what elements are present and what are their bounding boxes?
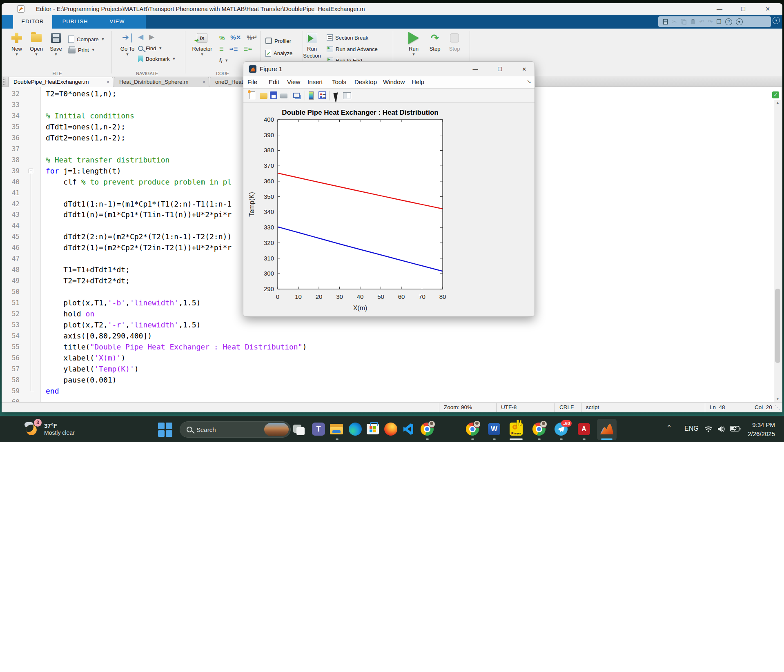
help-icon[interactable]: ? (725, 18, 732, 25)
link-plot-icon[interactable] (293, 91, 301, 100)
comment-buttons[interactable]: % %✕ %↵ (219, 33, 257, 42)
figure-minimize-button[interactable]: — (468, 65, 482, 74)
minimize-button[interactable]: — (711, 4, 728, 14)
section-break-button[interactable]: Section Break (327, 33, 368, 42)
profiler-button[interactable]: Profiler (265, 36, 291, 46)
edge-icon[interactable] (348, 422, 362, 436)
run-section-button[interactable]: Run Section (300, 31, 324, 59)
dock-figure-icon[interactable]: ↘ (527, 78, 531, 85)
compare-button[interactable]: Compare▼ (68, 34, 105, 44)
clock[interactable]: 9:34 PM 2/26/2025 (748, 421, 775, 438)
maximize-button[interactable]: ☐ (735, 4, 751, 14)
copy-icon[interactable] (681, 19, 686, 24)
figure-menu-insert[interactable]: Insert (307, 78, 323, 85)
ribbon-collapse-icon[interactable]: ▾ (773, 17, 780, 24)
figure-menu-window[interactable]: Window (383, 78, 405, 85)
line-number: 37 (2, 143, 20, 154)
figure-menu-file[interactable]: File (247, 78, 257, 85)
save-figure-icon[interactable] (270, 91, 278, 100)
status-eol[interactable]: CRLF (559, 404, 574, 410)
search-input[interactable]: Search (180, 421, 291, 438)
edit-plot-cursor-icon[interactable] (332, 91, 341, 100)
title-bar[interactable]: Editor - E:\Programming Projects\MATLAB\… (2, 3, 782, 15)
print-button[interactable]: Print▼ (68, 45, 95, 55)
vscode-icon[interactable] (402, 422, 416, 436)
chrome-icon[interactable] (420, 422, 434, 436)
stop-button[interactable]: Stop (443, 31, 466, 52)
weather-widget[interactable]: 3 37°F Mostly clear (24, 420, 75, 438)
language-indicator[interactable]: ENG (684, 425, 699, 432)
switch-windows-icon[interactable]: ❐ (716, 18, 722, 25)
task-view-icon[interactable] (292, 422, 306, 436)
open-file-icon[interactable] (260, 91, 268, 100)
cut-icon[interactable]: ✂ (672, 18, 677, 25)
tab-close-icon[interactable]: ✕ (106, 77, 110, 87)
file-tab[interactable]: Heat_Distribution_Sphere.m✕ (114, 77, 209, 87)
status-encoding[interactable]: UTF-8 (501, 404, 517, 410)
figure-maximize-button[interactable]: ☐ (493, 65, 507, 74)
close-button[interactable]: ✕ (760, 4, 776, 14)
scrollbar-thumb[interactable] (775, 289, 780, 363)
analyze-button[interactable]: Analyze (265, 48, 292, 58)
file-tab[interactable]: DoublePipe_HeatExchanger.m✕ (8, 77, 113, 87)
vertical-scrollbar[interactable]: ▲ ▼ (774, 100, 781, 402)
save-button[interactable]: Save▼ (44, 31, 68, 56)
qat-dropdown-icon[interactable]: ▾ (736, 18, 743, 25)
forward-arrow-icon[interactable]: ▶ (149, 33, 154, 41)
player-icon[interactable]: Player (509, 422, 523, 436)
figure-title-bar[interactable]: Figure 1 — ☐ ✕ (243, 62, 535, 76)
code-analyzer-indicator[interactable]: ✓ (772, 91, 779, 98)
redo-icon[interactable]: ↷ (708, 18, 713, 25)
microsoft-store-icon[interactable] (366, 422, 380, 436)
teams-icon[interactable]: T (312, 422, 325, 436)
line-number: 34 (2, 110, 20, 121)
function-hints-button[interactable]: fi▼ (219, 56, 228, 65)
new-figure-icon[interactable] (249, 91, 257, 100)
start-button[interactable] (158, 422, 172, 437)
run-and-advance-button[interactable]: Run and Advance (327, 44, 378, 54)
scroll-down-icon[interactable]: ▼ (774, 396, 781, 402)
tray-chevron-icon[interactable]: ⌃ (666, 424, 672, 432)
insert-colorbar-icon[interactable] (307, 91, 316, 100)
print-figure-icon[interactable] (280, 91, 288, 100)
figure-close-button[interactable]: ✕ (517, 65, 531, 74)
refactor-button[interactable]: fx Refactor▼ (190, 31, 214, 56)
volume-icon[interactable] (717, 425, 726, 433)
status-zoom[interactable]: Zoom: 90% (444, 404, 472, 410)
telegram-icon[interactable]: ..60 (554, 422, 568, 436)
property-inspector-icon[interactable] (343, 91, 351, 100)
wifi-icon[interactable] (704, 425, 713, 433)
file-explorer-icon[interactable] (330, 422, 344, 436)
indent-buttons[interactable]: ☰ ➡☰ ☰⬅ (219, 44, 252, 54)
tab-publish[interactable]: PUBLISH (52, 15, 98, 29)
battery-charging-icon[interactable] (730, 425, 741, 432)
chrome-icon[interactable] (532, 422, 546, 436)
goto-button[interactable]: Go To▼ (116, 31, 139, 56)
find-button[interactable]: Find▼ (138, 43, 162, 53)
tabbar-grip[interactable] (3, 78, 4, 85)
tab-view[interactable]: VIEW (98, 15, 136, 29)
run-button[interactable]: Run▼ (402, 31, 425, 56)
matlab-taskbar-tile[interactable] (597, 419, 617, 440)
resize-grip[interactable]: ⋱ (775, 404, 780, 411)
undo-icon[interactable]: ↶ (699, 18, 704, 25)
save-icon[interactable] (662, 19, 668, 25)
bookmark-button[interactable]: Bookmark▼ (138, 54, 176, 64)
insert-legend-icon[interactable] (318, 91, 327, 100)
paste-icon[interactable] (690, 19, 696, 24)
firefox-icon[interactable] (384, 422, 398, 436)
figure-menu-help[interactable]: Help (412, 78, 424, 85)
scroll-up-icon[interactable]: ▲ (774, 100, 781, 106)
chrome-icon[interactable] (466, 422, 479, 436)
figure-menu-edit[interactable]: Edit (269, 78, 279, 85)
code-fold-toggle[interactable]: − (29, 169, 33, 173)
nav-back-button[interactable]: ◀ ▶ (138, 32, 154, 42)
figure-menu-view[interactable]: View (287, 78, 300, 85)
tab-editor[interactable]: EDITOR (13, 15, 52, 29)
acrobat-icon[interactable]: A (577, 422, 591, 436)
status-col: Col 20 (755, 404, 772, 410)
figure-menu-tools[interactable]: Tools (332, 78, 346, 85)
tab-close-icon[interactable]: ✕ (202, 77, 206, 87)
word-icon[interactable]: W (487, 422, 501, 436)
figure-menu-desktop[interactable]: Desktop (354, 78, 377, 85)
